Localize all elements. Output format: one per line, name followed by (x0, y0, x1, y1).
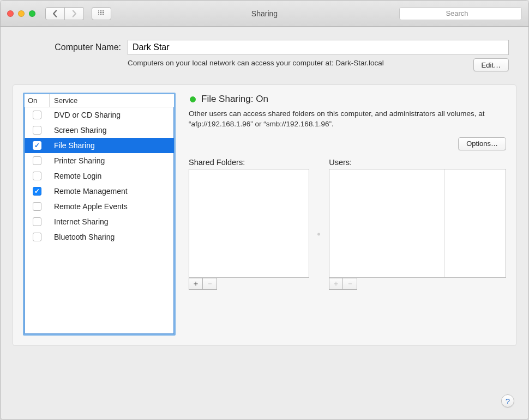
minus-icon: － (346, 279, 354, 289)
shared-folders-label: Shared Folders: (189, 158, 309, 167)
lists-area: Shared Folders: ＋ － Users: (189, 158, 506, 290)
service-checkbox[interactable] (33, 202, 41, 211)
svg-point-6 (101, 12, 103, 13)
service-checkbox[interactable] (33, 233, 41, 241)
remove-user-button[interactable]: － (343, 278, 357, 290)
service-description: Other users can access shared folders on… (189, 109, 506, 130)
service-label: DVD or CD Sharing (50, 111, 174, 119)
service-row[interactable]: File Sharing (25, 138, 174, 153)
remove-shared-folder-button[interactable]: － (203, 278, 217, 290)
sharing-panel: On Service DVD or CD SharingScreen Shari… (13, 84, 516, 346)
close-window-button[interactable] (7, 10, 14, 17)
minimize-window-button[interactable] (18, 10, 25, 17)
computer-name-hint: Computers on your local network can acce… (128, 58, 453, 68)
service-label: File Sharing (50, 141, 174, 150)
computer-name-section: Computer Name: Computers on your local n… (1, 27, 528, 76)
service-row[interactable]: Remote Apple Events (25, 199, 174, 214)
users-list[interactable] (329, 169, 506, 278)
service-checkbox[interactable] (33, 187, 41, 196)
service-label: Remote Apple Events (50, 202, 174, 211)
service-row[interactable]: Printer Sharing (25, 153, 174, 168)
grid-icon (98, 10, 105, 17)
titlebar: Sharing (1, 1, 528, 27)
status-label: File Sharing: On (201, 94, 268, 105)
service-checkbox[interactable] (33, 217, 41, 226)
forward-button[interactable] (65, 7, 84, 20)
service-checkbox[interactable] (33, 156, 41, 165)
service-checkbox[interactable] (33, 111, 41, 119)
services-header: On Service (25, 94, 174, 107)
service-row[interactable]: DVD or CD Sharing (25, 107, 174, 123)
svg-point-10 (101, 14, 103, 15)
minus-icon: － (206, 279, 214, 289)
chevron-left-icon (51, 10, 59, 17)
help-icon: ? (506, 397, 510, 406)
back-button[interactable] (45, 7, 65, 20)
svg-point-0 (98, 10, 99, 11)
plus-icon: ＋ (332, 279, 340, 289)
chevron-right-icon (70, 10, 78, 17)
service-label: Screen Sharing (50, 126, 174, 135)
resize-handle-icon[interactable] (317, 233, 320, 236)
services-header-service[interactable]: Service (50, 94, 174, 107)
service-row[interactable]: Remote Management (25, 184, 174, 199)
plus-icon: ＋ (192, 279, 200, 289)
show-all-button[interactable] (92, 7, 111, 20)
help-button[interactable]: ? (501, 394, 514, 407)
shared-folders-pm: ＋ － (189, 278, 309, 290)
service-checkbox[interactable] (33, 126, 41, 135)
service-label: Remote Management (50, 187, 174, 196)
users-pm: ＋ － (329, 278, 506, 290)
add-shared-folder-button[interactable]: ＋ (189, 278, 203, 290)
search-input[interactable] (399, 7, 522, 20)
svg-point-4 (98, 12, 99, 13)
svg-point-7 (103, 12, 104, 13)
users-permission-column[interactable] (444, 169, 506, 277)
svg-point-8 (98, 14, 99, 15)
users-label: Users: (329, 158, 506, 167)
users-name-column[interactable] (329, 169, 444, 277)
service-detail: File Sharing: On Other users can access … (189, 93, 506, 336)
shared-folders-list[interactable] (189, 169, 309, 278)
zoom-window-button[interactable] (29, 10, 35, 17)
service-label: Internet Sharing (50, 217, 174, 226)
service-row[interactable]: Screen Sharing (25, 123, 174, 138)
add-user-button[interactable]: ＋ (329, 278, 343, 290)
options-button[interactable]: Options… (458, 137, 506, 150)
service-label: Printer Sharing (50, 156, 174, 165)
window-controls (7, 10, 35, 17)
svg-point-3 (103, 10, 104, 11)
services-header-on[interactable]: On (25, 94, 50, 107)
service-row[interactable]: Bluetooth Sharing (25, 229, 174, 245)
service-row[interactable]: Remote Login (25, 168, 174, 184)
edit-hostname-button[interactable]: Edit… (473, 58, 509, 71)
service-label: Remote Login (50, 172, 174, 180)
computer-name-input[interactable] (128, 40, 509, 55)
computer-name-label: Computer Name: (20, 42, 121, 52)
services-table[interactable]: On Service DVD or CD SharingScreen Shari… (23, 93, 176, 336)
svg-point-11 (103, 14, 104, 15)
service-label: Bluetooth Sharing (50, 233, 174, 241)
svg-point-9 (100, 14, 101, 15)
svg-point-2 (101, 10, 103, 11)
service-checkbox[interactable] (33, 172, 41, 180)
service-row[interactable]: Internet Sharing (25, 214, 174, 229)
svg-point-1 (100, 10, 101, 11)
service-checkbox[interactable] (33, 141, 41, 150)
nav-buttons (45, 7, 84, 20)
svg-point-5 (100, 12, 101, 13)
status-indicator-icon (190, 96, 196, 102)
